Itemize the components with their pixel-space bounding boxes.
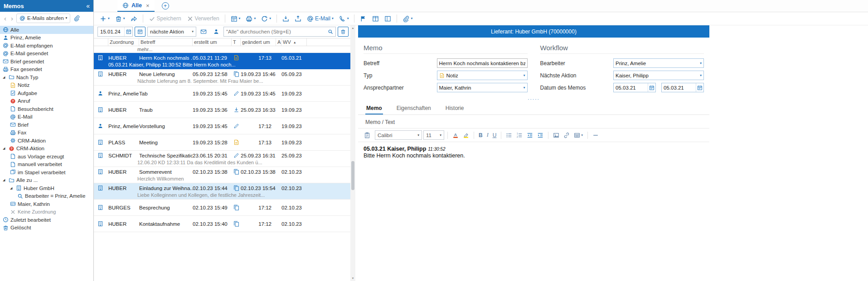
search-icon[interactable]	[328, 29, 333, 34]
scroll-up-icon[interactable]: ▲	[350, 25, 355, 31]
splitter-handle[interactable]: ·····	[358, 97, 709, 103]
date-picker-button[interactable]	[696, 83, 703, 92]
back-icon[interactable]: ‹	[3, 14, 8, 22]
refresh-button[interactable]: ▾	[259, 14, 273, 24]
sidebar-item[interactable]: Maier, Kathrin	[0, 200, 93, 208]
table-row[interactable]: BURGES Besprechung 02.10.23 15:49 17:12 …	[94, 200, 350, 216]
column-header-a[interactable]: A	[276, 38, 281, 46]
highlight-button[interactable]	[461, 131, 470, 139]
import-email-button[interactable]	[280, 14, 291, 24]
sidebar-item[interactable]: Zuletzt bearbeitet	[0, 216, 93, 224]
bullet-list-button[interactable]	[504, 131, 514, 139]
sidebar-item[interactable]: Fax	[0, 129, 93, 137]
appointment-button[interactable]: ▾	[228, 14, 243, 24]
font-color-button[interactable]	[451, 131, 460, 139]
load-more-row[interactable]: mehr...	[94, 46, 350, 53]
sidebar-item[interactable]: Brief gesendet	[0, 57, 93, 66]
memo-text-editor[interactable]: 05.03.21 Kaiser, Philipp11:30:52 Bitte H…	[358, 142, 709, 281]
date-filter-input[interactable]: 15.01.24	[97, 27, 133, 37]
insert-image-button[interactable]	[552, 131, 561, 139]
list-scrollbar[interactable]: ▲ ▼	[350, 25, 355, 281]
italic-button[interactable]: I	[485, 131, 490, 139]
sidebar-item[interactable]: Notiz	[0, 81, 93, 90]
horizontal-rule-button[interactable]	[591, 131, 600, 139]
table-row[interactable]: PLASS Meeting 19.09.23 15:28 17:13 19.09…	[94, 134, 350, 151]
underline-button[interactable]: U	[491, 131, 498, 139]
insert-link-button[interactable]	[562, 131, 571, 139]
sidebar-item[interactable]: ◢ Alle zu ...	[0, 176, 93, 185]
sidebar-item[interactable]: Keine Zuordnung	[0, 208, 93, 216]
email-button[interactable]: E-Mail ▾	[305, 14, 336, 24]
new-button[interactable]: ▾	[97, 14, 112, 24]
outdent-button[interactable]	[525, 131, 534, 139]
table-row[interactable]: HUBER Neue Lieferung 05.09.23 12:58 19.0…	[94, 69, 350, 86]
close-tab-icon[interactable]: ×	[146, 2, 150, 9]
memo-date-field-2[interactable]: 05.03.21	[661, 83, 704, 92]
sidebar-item[interactable]: Fax gesendet	[0, 66, 93, 74]
indent-button[interactable]	[536, 131, 545, 139]
delete-button[interactable]: ▾	[113, 14, 127, 24]
sidebar-item[interactable]: ◢ Huber GmbH	[0, 184, 93, 192]
sidebar-item[interactable]: ◢ Nach Typ	[0, 73, 93, 81]
export-email-button[interactable]	[292, 14, 304, 24]
call-button[interactable]: ▾	[337, 14, 351, 24]
column-header-erstellt[interactable]: erstellt um	[193, 38, 232, 46]
sidebar-item[interactable]: Prinz, Amelie	[0, 34, 93, 42]
discard-button[interactable]: Verwerfen	[184, 14, 222, 24]
table-row[interactable]: Prinz, Amelie Vorstellung 19.09.23 15:45…	[94, 118, 350, 134]
sidebar-item[interactable]: Gelöscht	[0, 224, 93, 232]
print-button[interactable]: ▾	[243, 14, 258, 24]
tab-historie[interactable]: Historie	[445, 105, 465, 114]
expander-icon[interactable]: ◢	[10, 186, 14, 190]
font-select[interactable]: Calibri ▾	[375, 130, 422, 140]
action-filter-select[interactable]: nächste Aktion ▾	[147, 27, 196, 37]
fetch-emails-button[interactable]: E-Mails abrufen ▾	[16, 14, 70, 23]
sidebar-item[interactable]: Alle	[0, 26, 93, 34]
layout-button[interactable]	[382, 14, 393, 24]
sidebar-item[interactable]: manuell verarbeitet	[0, 161, 93, 169]
paste-button[interactable]	[363, 131, 372, 139]
forward-icon[interactable]: ›	[10, 14, 15, 22]
scroll-down-icon[interactable]: ▼	[350, 276, 355, 281]
typ-select[interactable]: Notiz ▾	[437, 71, 528, 80]
insert-table-button[interactable]: ▾	[572, 131, 584, 139]
expander-icon[interactable]: ◢	[3, 147, 7, 150]
tab-eigenschaften[interactable]: Eigenschaften	[396, 105, 432, 114]
save-button[interactable]: Speichern	[146, 14, 184, 24]
tab-alle[interactable]: Alle ×	[117, 0, 155, 12]
contact-filter-button[interactable]	[211, 27, 222, 37]
column-header-wv[interactable]: WV ▲	[281, 38, 307, 46]
clear-filter-button[interactable]	[338, 27, 349, 37]
sidebar-item[interactable]: E-Mail	[0, 113, 93, 121]
table-row[interactable]: SCHMIDT Technische Spezifikation 23.06.1…	[94, 151, 350, 167]
scrollbar-thumb[interactable]	[351, 161, 354, 190]
sidebar-item[interactable]: Aufgabe	[0, 89, 93, 97]
table-row[interactable]: HUBER Sommerevent 02.10.23 15:38 02.10.2…	[94, 167, 350, 183]
table-row[interactable]: Prinz, Amelie Tab 19.09.23 15:45 19.09.2…	[94, 86, 350, 102]
column-header-zuordnung[interactable]: Zuordnung	[108, 38, 139, 46]
numbered-list-button[interactable]	[515, 131, 524, 139]
columns-button[interactable]	[370, 14, 381, 24]
font-size-select[interactable]: 11 ▾	[423, 130, 444, 140]
naechste-aktion-select[interactable]: Kaiser, Philipp ▾	[613, 71, 704, 80]
table-row[interactable]: HUBER Herrn Koch nochmals ... 05.03.21 1…	[94, 53, 350, 69]
search-input[interactable]	[226, 29, 326, 34]
sidebar-item[interactable]: Bearbeiter = Prinz, Amelie	[0, 192, 93, 200]
column-header-geaendert[interactable]: geändert um	[241, 38, 276, 46]
expander-icon[interactable]: ◢	[3, 178, 7, 182]
sidebar-item[interactable]: E-Mail empfangen	[0, 42, 93, 50]
column-header-betreff[interactable]: Betreff	[139, 38, 193, 46]
betreff-field[interactable]: Herrn Koch nochmals kontaktieren bzgl.	[437, 58, 528, 68]
sidebar-item[interactable]: Anruf	[0, 97, 93, 105]
sidebar-item[interactable]: ◢ CRM-Aktion	[0, 145, 93, 153]
ansprechpartner-select[interactable]: Maier, Kathrin ▾	[437, 83, 528, 92]
sidebar-item[interactable]: CRM-Aktion	[0, 137, 93, 145]
expander-icon[interactable]: ◢	[3, 76, 7, 79]
collapse-sidebar-icon[interactable]: «	[86, 2, 90, 10]
memo-date-field[interactable]: 05.03.21	[613, 83, 656, 92]
paperclip-icon[interactable]	[73, 15, 80, 21]
convert-button[interactable]	[128, 14, 140, 24]
table-row[interactable]: HUBER Traub 19.09.23 15:36 25.09.23 16:3…	[94, 102, 350, 118]
date-picker-button[interactable]	[648, 83, 655, 92]
sidebar-item[interactable]: aus Vorlage erzeugt	[0, 152, 93, 161]
